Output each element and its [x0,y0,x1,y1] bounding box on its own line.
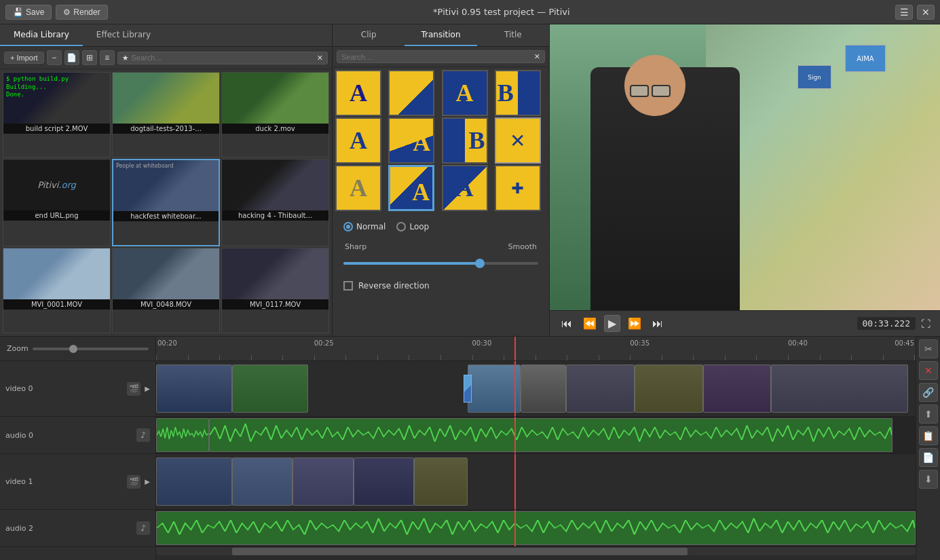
step-back-button[interactable]: ⏪ [580,316,600,331]
skip-to-end-button[interactable]: ⏭ [649,316,666,331]
transition-item-4[interactable]: B [495,70,541,116]
transition-item-10[interactable]: A [388,165,434,211]
menu-button[interactable]: ☰ [895,5,913,20]
track-icon-audio2: ♪ [136,521,150,535]
render-button[interactable]: ⚙ Render [56,5,107,20]
list-item[interactable]: MVI_0001.MOV [3,248,111,333]
transition-item-12[interactable]: ✚ [495,165,541,211]
transition-marker[interactable] [464,375,472,403]
rt-group-button[interactable]: ⬆ [919,405,938,424]
clip-tabs: Clip Transition Title [333,24,549,47]
audio2-clip[interactable] [156,511,916,545]
media-grid: $ python build.pyBuilding...Done. build … [0,69,332,336]
rt-delete-button[interactable]: ✕ [919,361,938,380]
reverse-checkbox[interactable] [343,281,353,291]
titlebar-right: ☰ ✕ [895,5,935,20]
loop-radio[interactable]: Loop [396,222,429,231]
clip-segment[interactable] [635,365,703,413]
tab-effect-library[interactable]: Effect Library [83,24,164,46]
clip-segment[interactable] [566,365,635,413]
play-button[interactable]: ▶ [604,315,620,332]
fullscreen-button[interactable]: ⛶ [920,317,932,331]
star-icon: ★ [122,54,129,62]
filter-button[interactable]: ⊞ [82,50,97,65]
remove-button[interactable]: − [47,50,62,65]
transition-item-6[interactable]: A [388,117,434,164]
media-thumbnail [222,73,328,124]
normal-radio-label: Normal [356,222,386,231]
tab-clip[interactable]: Clip [333,24,405,46]
left-panel: Media Library Effect Library + Import − … [0,24,333,336]
list-view-button[interactable]: ≡ [100,50,115,65]
zoom-thumb[interactable] [69,345,77,353]
list-item[interactable]: MVI_0117.MOV [221,248,329,333]
clip-segment[interactable] [703,365,772,413]
transition-item-7[interactable]: B [442,117,488,164]
audio-clip[interactable] [156,418,209,452]
save-button[interactable]: 💾 Save [5,5,52,20]
close-button[interactable]: ✕ [917,5,935,20]
sharpness-slider-track[interactable] [343,262,538,265]
clip-segment[interactable] [414,458,467,506]
transition-search-input[interactable] [341,53,531,61]
clip-segment[interactable] [232,458,293,506]
clip-segment[interactable] [521,365,566,413]
track-expand-video0[interactable]: ▶ [145,385,150,392]
transition-item-2[interactable]: A [388,70,434,116]
properties-button[interactable]: 📄 [64,50,79,65]
clip-segment[interactable] [354,458,415,506]
track-expand-video1[interactable]: ▶ [145,478,150,485]
track-name-video0: video 0 [5,384,123,393]
tab-media-library[interactable]: Media Library [0,24,83,46]
rt-unlink-button[interactable]: 🔗 [919,383,938,402]
reverse-direction-row[interactable]: Reverse direction [343,281,538,291]
transition-item-11[interactable]: A [442,165,488,211]
transition-item-3[interactable]: A [442,70,488,116]
transition-item-1[interactable]: A [335,70,381,116]
list-item[interactable]: $ python build.pyBuilding...Done. build … [3,72,111,157]
list-item[interactable]: hacking 4 - Thibault... [221,159,329,246]
transition-letter: A [392,77,410,105]
main-area: Media Library Effect Library + Import − … [0,24,940,337]
zoom-slider[interactable] [33,348,149,350]
playback-mode-row: Normal Loop [343,222,538,231]
save-label: Save [26,7,44,17]
clip-segment[interactable] [156,365,232,413]
slider-thumb[interactable] [475,259,485,268]
import-button[interactable]: + Import [4,52,44,64]
clear-transition-search[interactable]: ✕ [534,52,540,61]
clip-segment[interactable] [232,365,308,413]
clip-segment[interactable] [468,365,521,413]
media-item-label: hacking 4 - Thibault... [222,210,328,221]
media-search-input[interactable] [132,54,314,62]
list-item[interactable]: Pitivi.org end URL.png [3,159,111,246]
transition-item-9[interactable]: A [335,165,381,211]
list-item[interactable]: People at whiteboard hackfest whiteboar.… [112,159,220,246]
media-thumbnail: People at whiteboard [113,160,219,211]
track-icon-audio0: ♪ [136,428,150,442]
list-item[interactable]: MVI_0048.MOV [112,248,220,333]
tab-transition[interactable]: Transition [405,24,476,46]
media-thumbnail [113,248,219,299]
rt-copy-button[interactable]: 📄 [919,448,938,467]
rt-paste-button[interactable]: 📋 [919,426,938,445]
list-item[interactable]: dogtail-tests-2013-... [112,72,220,157]
media-item-label: MVI_0001.MOV [3,299,110,310]
skip-to-start-button[interactable]: ⏮ [558,316,576,331]
rt-cut-button[interactable]: ✂ [919,339,938,358]
timeline-scrollbar[interactable] [156,547,916,555]
tab-title[interactable]: Title [477,24,549,46]
transition-item-8[interactable]: ✕ [495,117,541,164]
step-forward-button[interactable]: ⏩ [624,316,645,331]
normal-radio[interactable]: Normal [343,222,386,231]
rt-align-button[interactable]: ⬇ [919,470,938,489]
clear-search-icon[interactable]: ✕ [317,54,323,62]
list-item[interactable]: duck 2.mov [221,72,329,157]
clip-segment[interactable] [293,458,354,506]
transition-letter: A [456,174,474,202]
audio-clip[interactable] [209,418,892,452]
scrollbar-thumb[interactable] [232,548,688,555]
clip-segment[interactable] [156,458,232,506]
transition-item-5[interactable]: A [335,117,381,164]
clip-segment[interactable] [771,365,907,413]
